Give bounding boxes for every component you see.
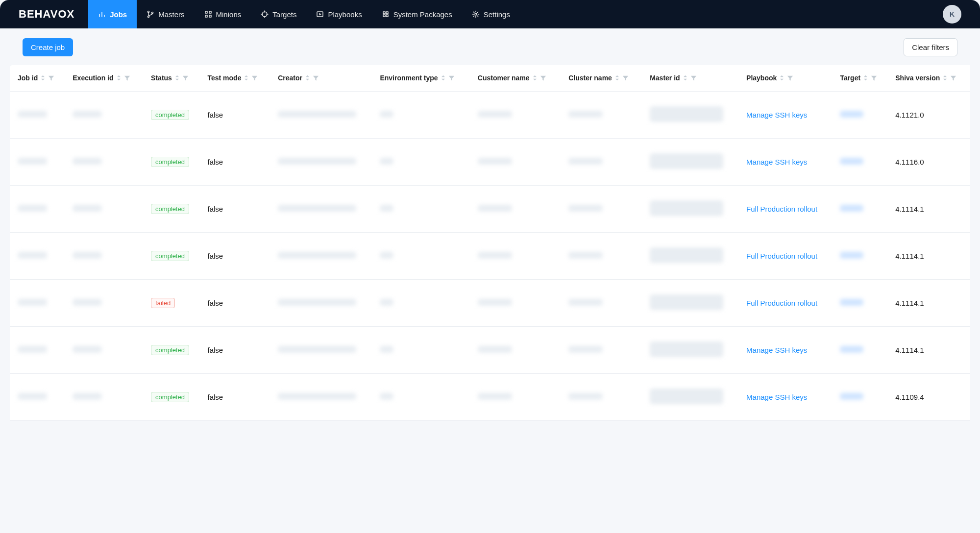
- column-header-shiva: Shiva version: [887, 65, 970, 91]
- svg-marker-23: [41, 79, 45, 81]
- table-row[interactable]: completedfalseManage SSH keys4.1121.0: [10, 91, 970, 138]
- svg-marker-40: [780, 75, 784, 77]
- filter-icon[interactable]: [124, 75, 130, 81]
- nav-item-label: Jobs: [110, 10, 127, 19]
- shiva-version-cell: 4.1121.0: [887, 91, 970, 138]
- redacted-value: [73, 393, 102, 400]
- nav-item-label: Masters: [158, 10, 184, 19]
- filter-icon[interactable]: [448, 75, 455, 81]
- nav-item-minions[interactable]: Minions: [195, 0, 251, 28]
- column-header-playbook: Playbook: [738, 65, 832, 91]
- svg-rect-7: [209, 11, 211, 13]
- svg-marker-37: [615, 79, 619, 81]
- redacted-value: [840, 205, 863, 212]
- redacted-value: [73, 252, 102, 259]
- redacted-value: [650, 200, 723, 216]
- sort-icon[interactable]: [305, 74, 310, 81]
- table-row[interactable]: completedfalseManage SSH keys4.1116.0: [10, 138, 970, 185]
- filter-icon[interactable]: [48, 75, 54, 81]
- brand-logo: BEHAVOX: [0, 0, 88, 28]
- shiva-version-cell: 4.1114.1: [887, 326, 970, 373]
- redacted-value: [380, 205, 393, 212]
- sort-icon[interactable]: [41, 74, 45, 81]
- filter-icon[interactable]: [871, 75, 877, 81]
- redacted-value: [18, 252, 47, 259]
- status-badge: completed: [151, 392, 189, 402]
- top-nav: BEHAVOX JobsMastersMinionsTargetsPlayboo…: [0, 0, 980, 28]
- filter-icon[interactable]: [950, 75, 956, 81]
- nav-item-jobs[interactable]: Jobs: [88, 0, 137, 28]
- redacted-value: [478, 299, 512, 306]
- nav-item-label: Targets: [272, 10, 296, 19]
- branch-icon: [147, 10, 154, 18]
- filter-icon[interactable]: [622, 75, 629, 81]
- table-row[interactable]: completedfalseManage SSH keys4.1114.1: [10, 326, 970, 373]
- grid-icon: [204, 10, 212, 18]
- status-badge: completed: [151, 204, 189, 214]
- nav-item-masters[interactable]: Masters: [137, 0, 194, 28]
- redacted-value: [568, 299, 603, 306]
- redacted-value: [380, 346, 393, 353]
- redacted-value: [840, 299, 863, 306]
- nav-item-playbooks[interactable]: Playbooks: [306, 0, 371, 28]
- sort-icon[interactable]: [244, 74, 248, 81]
- svg-marker-26: [175, 75, 179, 77]
- sort-icon[interactable]: [533, 74, 537, 81]
- nav-item-targets[interactable]: Targets: [251, 0, 306, 28]
- test-mode-cell: false: [199, 373, 270, 420]
- playbook-link[interactable]: Manage SSH keys: [746, 158, 807, 166]
- playbook-link[interactable]: Full Production rollout: [746, 299, 817, 307]
- shiva-version-cell: 4.1114.1: [887, 185, 970, 232]
- playbook-link[interactable]: Manage SSH keys: [746, 393, 807, 401]
- svg-marker-16: [319, 13, 322, 16]
- redacted-value: [278, 299, 356, 306]
- column-header-env_type: Environment type: [372, 65, 469, 91]
- avatar[interactable]: K: [943, 5, 961, 24]
- playbook-link[interactable]: Full Production rollout: [746, 205, 817, 213]
- sort-icon[interactable]: [780, 74, 784, 81]
- nav-item-packages[interactable]: System Packages: [372, 0, 462, 28]
- redacted-value: [478, 252, 512, 259]
- filter-icon[interactable]: [313, 75, 319, 81]
- filter-icon[interactable]: [251, 75, 258, 81]
- svg-marker-25: [117, 79, 121, 81]
- filter-icon[interactable]: [787, 75, 793, 81]
- test-mode-cell: false: [199, 91, 270, 138]
- filter-icon[interactable]: [182, 75, 189, 81]
- redacted-value: [568, 252, 603, 259]
- filter-icon[interactable]: [690, 75, 697, 81]
- sort-icon[interactable]: [863, 74, 868, 81]
- filter-icon[interactable]: [540, 75, 546, 81]
- column-label: Target: [840, 74, 860, 82]
- redacted-value: [840, 111, 863, 118]
- column-header-execution_id: Execution id: [65, 65, 143, 91]
- svg-marker-42: [864, 75, 867, 77]
- table-row[interactable]: completedfalseFull Production rollout4.1…: [10, 232, 970, 279]
- sort-icon[interactable]: [117, 74, 121, 81]
- sort-icon[interactable]: [175, 74, 179, 81]
- table-row[interactable]: failedfalseFull Production rollout4.1114…: [10, 279, 970, 326]
- clear-filters-button[interactable]: Clear filters: [904, 38, 957, 56]
- column-header-status: Status: [143, 65, 199, 91]
- nav-item-settings[interactable]: Settings: [462, 0, 520, 28]
- svg-marker-36: [615, 75, 619, 77]
- svg-marker-22: [41, 75, 45, 77]
- column-label: Execution id: [73, 74, 113, 82]
- redacted-value: [568, 393, 603, 400]
- sort-icon[interactable]: [943, 74, 947, 81]
- sort-icon[interactable]: [683, 74, 687, 81]
- redacted-value: [278, 205, 356, 212]
- playbook-link[interactable]: Manage SSH keys: [746, 111, 807, 119]
- redacted-value: [568, 346, 603, 353]
- redacted-value: [650, 247, 723, 263]
- create-job-button[interactable]: Create job: [23, 38, 73, 56]
- svg-marker-43: [864, 79, 867, 81]
- redacted-value: [840, 252, 863, 259]
- sort-icon[interactable]: [441, 74, 445, 81]
- svg-rect-6: [205, 11, 207, 13]
- table-row[interactable]: completedfalseFull Production rollout4.1…: [10, 185, 970, 232]
- playbook-link[interactable]: Manage SSH keys: [746, 346, 807, 354]
- sort-icon[interactable]: [615, 74, 619, 81]
- playbook-link[interactable]: Full Production rollout: [746, 252, 817, 260]
- table-row[interactable]: completedfalseManage SSH keys4.1109.4: [10, 373, 970, 420]
